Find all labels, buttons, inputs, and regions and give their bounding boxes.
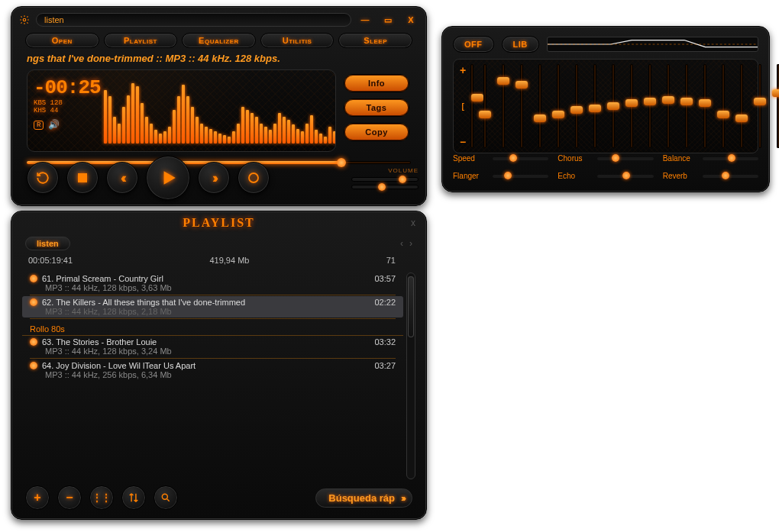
eq-band-slider[interactable] (496, 64, 510, 148)
spectrum-bar (228, 137, 231, 143)
preamp-slider[interactable] (470, 64, 474, 148)
balance-knob[interactable]: Balance (663, 150, 758, 166)
sleep-button[interactable]: Sleep (338, 33, 412, 48)
eq-band-slider[interactable] (606, 64, 620, 148)
eq-band-slider[interactable] (478, 64, 492, 148)
eq-band-slider[interactable] (698, 64, 712, 148)
track-duration: 03:27 (374, 361, 396, 370)
info-button[interactable]: Info (344, 74, 409, 92)
playlist-next-icon[interactable]: › (409, 238, 412, 249)
spectrum-bar (186, 96, 189, 143)
quick-search-label: Búsqueda ráp (328, 492, 395, 504)
bitrate-line: KBS 128 (34, 99, 101, 107)
eq-effect-knobs: Speed Chorus Balance Flanger Echo Reverb (453, 150, 758, 184)
track-meta: MP3 :: 44 kHz, 128 kbps, 3,63 Mb (30, 283, 396, 292)
spectrum-bar (283, 117, 286, 143)
tags-button[interactable]: Tags (344, 98, 409, 117)
volume-slider[interactable] (351, 177, 419, 182)
eq-band-slider[interactable] (661, 64, 675, 148)
playlist-item[interactable]: 63. The Stories - Brother Louie03:32MP3 … (22, 336, 403, 357)
speaker-icon[interactable]: 🔊 (48, 119, 60, 131)
eq-band-slider[interactable] (588, 64, 602, 148)
playlist-total-size: 419,94 Mb (209, 256, 249, 269)
time-counter: -00:25 (34, 76, 101, 99)
speed-knob[interactable]: Speed (453, 150, 548, 166)
list-button[interactable]: ⋮⋮ (89, 485, 114, 510)
search-button[interactable] (154, 485, 178, 510)
eq-off-button[interactable]: OFF (453, 36, 494, 53)
eq-band-slider[interactable] (533, 64, 547, 148)
spectrum-bar (205, 127, 208, 143)
spectrum-bar (131, 83, 134, 143)
sort-button[interactable] (121, 485, 146, 510)
eq-band-slider[interactable] (680, 64, 693, 148)
chorus-knob[interactable]: Chorus (558, 150, 653, 166)
spectrum-bar (163, 131, 166, 143)
spectrum-bar (218, 134, 221, 143)
playlist-count: 71 (386, 256, 396, 269)
equalizer-button[interactable]: Equalizer (182, 33, 256, 48)
close-button[interactable]: X (402, 13, 420, 27)
playlist-item[interactable]: 64. Joy Division - Love Wil lTear Us Apa… (22, 360, 403, 381)
track-title: 64. Joy Division - Love Wil lTear Us Apa… (42, 361, 370, 370)
plus-icon: + (460, 64, 466, 76)
spectrum-bar (241, 107, 244, 143)
stop-button[interactable] (66, 162, 99, 194)
settings-icon[interactable] (18, 13, 31, 27)
track-title: 61. Primal Scream - Country Girl (42, 274, 370, 283)
eq-band-slider[interactable] (735, 64, 748, 148)
eq-band-slider[interactable] (570, 64, 583, 148)
spectrum-bar (315, 130, 318, 143)
eq-band-slider[interactable] (753, 64, 767, 148)
eq-band-slider[interactable] (551, 64, 565, 148)
add-button[interactable]: + (25, 485, 50, 510)
echo-knob[interactable]: Echo (558, 168, 653, 184)
playlist-close-icon[interactable]: x (411, 218, 415, 228)
eq-band-slider[interactable] (771, 64, 779, 148)
quick-search[interactable]: Búsqueda ráp ››› (315, 488, 412, 508)
prev-button[interactable]: ‹‹ (106, 162, 138, 194)
equalizer-window: OFF LIB + [ − Speed Chorus Balance (441, 26, 770, 192)
svg-point-3 (162, 494, 167, 499)
reverb-knob[interactable]: Reverb (663, 168, 758, 184)
spectrum-bar (278, 113, 281, 143)
track-meta: MP3 :: 44 kHz, 256 kbps, 6,34 Mb (30, 370, 396, 379)
balance-slider[interactable] (351, 185, 419, 189)
maximize-button[interactable]: ▭ (379, 13, 397, 27)
repeat-flag[interactable]: R (34, 121, 44, 130)
repeat-button[interactable] (27, 162, 59, 194)
playlist-name: listen (25, 237, 70, 250)
flanger-knob[interactable]: Flanger (453, 168, 548, 184)
playlist-prev-icon[interactable]: ‹ (400, 238, 403, 249)
playlist-scrollbar[interactable] (406, 272, 415, 479)
play-button[interactable] (146, 156, 190, 200)
playlist-button[interactable]: Playlist (104, 33, 178, 48)
remove-button[interactable]: − (57, 485, 82, 510)
minimize-button[interactable]: — (356, 13, 374, 27)
track-meta: MP3 :: 44 kHz, 128 kbps, 3,24 Mb (30, 347, 396, 356)
now-playing-text: ngs that I've done-trimmed :: MP3 :: 44 … (27, 53, 411, 68)
utilities-button[interactable]: Utilitis (260, 33, 335, 48)
eq-band-slider[interactable] (625, 64, 638, 148)
eq-band-slider[interactable] (643, 64, 657, 148)
shuffle-button[interactable] (238, 162, 270, 194)
playlist-item[interactable]: 62. The Killers - All these things that … (22, 296, 403, 318)
open-button[interactable]: Open (25, 33, 99, 48)
copy-button[interactable]: Copy (344, 123, 409, 141)
spectrum-bar (104, 90, 107, 143)
next-button[interactable]: ›› (198, 162, 230, 194)
window-title: listen (36, 13, 351, 27)
eq-lib-button[interactable]: LIB (502, 36, 539, 53)
spectrum-bar (141, 103, 144, 143)
eq-band-slider[interactable] (716, 64, 730, 148)
playlist-item[interactable]: 61. Primal Scream - Country Girl03:57MP3… (22, 272, 403, 294)
menubar: Open Playlist Equalizer Utilitis Sleep (25, 33, 412, 51)
spectrum-bar (209, 129, 212, 143)
spectrum-bar (136, 86, 139, 143)
eq-band-slider[interactable] (515, 64, 528, 148)
playlist-category: Rollo 80s (22, 320, 403, 336)
spectrum-bar (159, 134, 162, 143)
spectrum-bar (191, 107, 194, 143)
time-block: -00:25 KBS 128 KHS 44 R 🔊 (32, 73, 101, 148)
spectrum-bar (177, 96, 180, 143)
